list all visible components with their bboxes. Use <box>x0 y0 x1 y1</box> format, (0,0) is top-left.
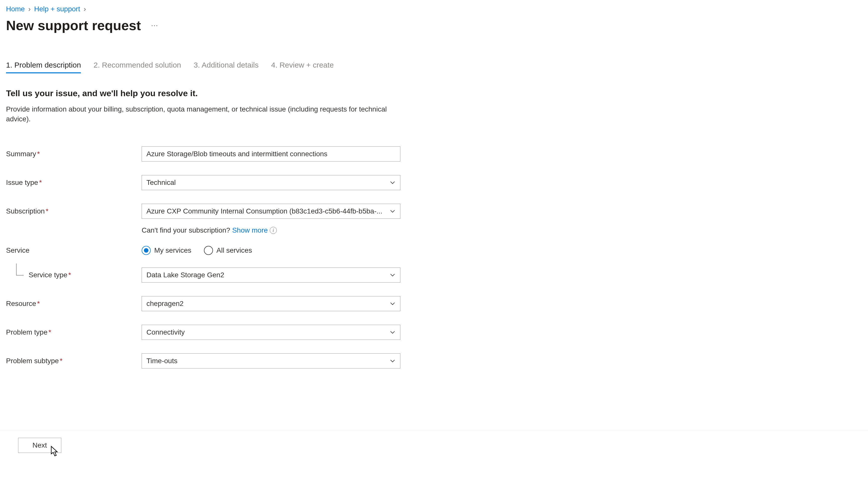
chevron-right-icon: › <box>28 5 31 13</box>
tab-additional-details[interactable]: 3. Additional details <box>194 61 259 73</box>
wizard-tabs: 1. Problem description 2. Recommended so… <box>6 61 858 73</box>
radio-all-services[interactable]: All services <box>204 246 252 255</box>
issue-type-dropdown[interactable]: Technical <box>142 175 400 190</box>
section-description: Provide information about your billing, … <box>6 104 388 124</box>
problem-subtype-dropdown[interactable]: Time-outs <box>142 353 400 368</box>
problem-type-label: Problem type* <box>6 328 142 336</box>
radio-my-services[interactable]: My services <box>142 246 191 255</box>
problem-type-dropdown[interactable]: Connectivity <box>142 325 400 340</box>
more-actions-button[interactable]: ⋯ <box>149 20 161 31</box>
page-title: New support request <box>6 18 141 33</box>
show-more-link[interactable]: Show more <box>232 226 268 234</box>
service-type-dropdown[interactable]: Data Lake Storage Gen2 <box>142 268 400 282</box>
footer-bar: Next <box>0 430 868 453</box>
chevron-down-icon <box>390 358 396 364</box>
summary-label: Summary* <box>6 150 142 158</box>
issue-type-label: Issue type* <box>6 179 142 187</box>
chevron-right-icon: › <box>84 5 86 13</box>
service-type-label: Service type* <box>6 271 142 279</box>
chevron-down-icon <box>390 301 396 307</box>
resource-dropdown[interactable]: chepragen2 <box>142 296 400 311</box>
subscription-helper-text: Can't find your subscription? <box>142 226 230 234</box>
service-radio-group: My services All services <box>142 246 400 255</box>
subscription-label: Subscription* <box>6 207 142 215</box>
tree-connector-icon <box>16 264 24 275</box>
problem-subtype-label: Problem subtype* <box>6 357 142 365</box>
chevron-down-icon <box>390 180 396 186</box>
resource-label: Resource* <box>6 300 142 308</box>
service-label: Service <box>6 246 142 254</box>
chevron-down-icon <box>390 329 396 335</box>
breadcrumb: Home › Help + support › <box>6 5 858 13</box>
breadcrumb-help-support[interactable]: Help + support <box>34 5 80 13</box>
chevron-down-icon <box>390 272 396 278</box>
tab-review-create[interactable]: 4. Review + create <box>271 61 334 73</box>
tab-problem-description[interactable]: 1. Problem description <box>6 61 81 73</box>
info-icon[interactable]: i <box>270 227 277 234</box>
subscription-dropdown[interactable]: Azure CXP Community Internal Consumption… <box>142 204 400 219</box>
chevron-down-icon <box>390 208 396 214</box>
section-heading: Tell us your issue, and we'll help you r… <box>6 88 858 98</box>
next-button[interactable]: Next <box>18 438 61 453</box>
tab-recommended-solution[interactable]: 2. Recommended solution <box>93 61 181 73</box>
summary-input[interactable]: Azure Storage/Blob timeouts and intermit… <box>142 146 400 161</box>
breadcrumb-home[interactable]: Home <box>6 5 25 13</box>
